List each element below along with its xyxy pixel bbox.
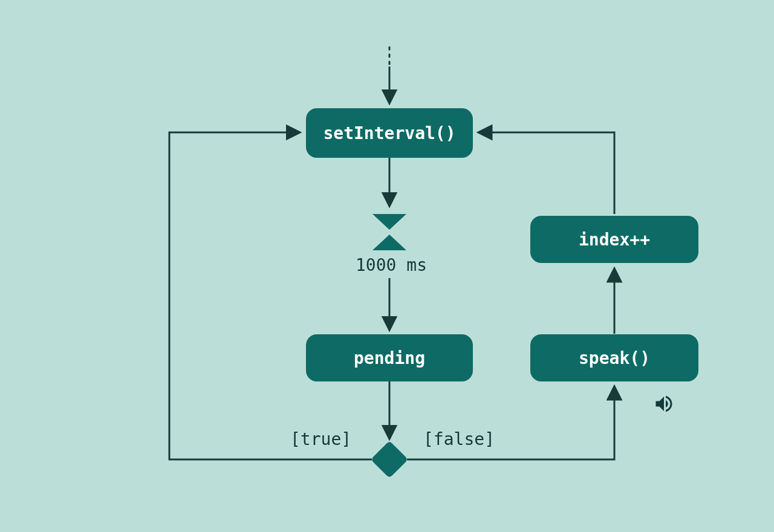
branch-label-false: [false] (423, 429, 495, 449)
node-set-interval: setInterval() (306, 108, 473, 158)
node-pending: pending (306, 334, 473, 381)
node-label: index++ (579, 230, 650, 250)
hourglass-icon (372, 214, 409, 250)
node-speak: speak() (530, 334, 698, 381)
speaker-icon (653, 393, 675, 415)
node-label: speak() (579, 348, 650, 368)
timer-label: 1000 ms (356, 255, 427, 275)
decision-diamond (371, 441, 408, 478)
node-label: pending (354, 348, 425, 368)
node-index-inc: index++ (530, 216, 698, 263)
flow-diagram: setInterval() pending index++ speak() 10… (0, 0, 774, 532)
node-label: setInterval() (323, 123, 455, 143)
branch-label-true: [true] (290, 429, 351, 449)
